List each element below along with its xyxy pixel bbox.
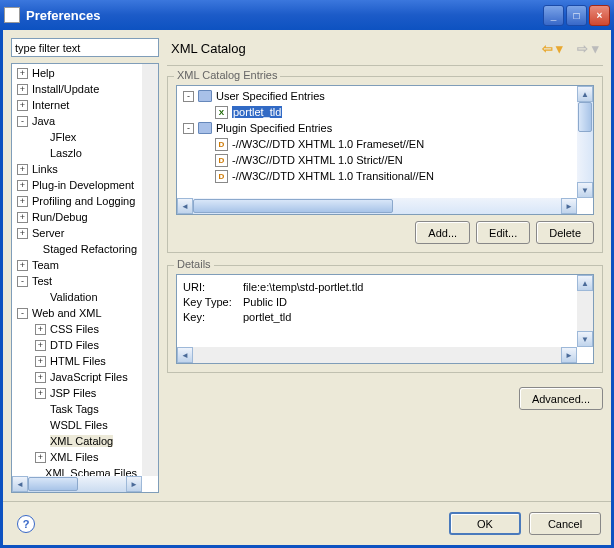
- titlebar[interactable]: Preferences _ □ ×: [0, 0, 614, 30]
- scroll-left-icon[interactable]: ◄: [177, 347, 193, 363]
- tree-item[interactable]: XML Catalog: [13, 433, 141, 449]
- tree-item-label: Install/Update: [32, 83, 99, 95]
- tree-item[interactable]: +HTML Files: [13, 353, 141, 369]
- collapse-icon[interactable]: -: [183, 123, 194, 134]
- scroll-down-icon[interactable]: ▼: [577, 182, 593, 198]
- entry-row[interactable]: D-//W3C//DTD XHTML 1.0 Strict//EN: [179, 152, 575, 168]
- entries-scrollbar-vertical[interactable]: ▲ ▼: [577, 86, 593, 198]
- expand-icon[interactable]: +: [17, 260, 28, 271]
- entry-row[interactable]: -Plugin Specified Entries: [179, 120, 575, 136]
- maximize-button[interactable]: □: [566, 5, 587, 26]
- entry-row[interactable]: D-//W3C//DTD XHTML 1.0 Transitional//EN: [179, 168, 575, 184]
- expand-icon[interactable]: +: [35, 452, 46, 463]
- scroll-down-icon[interactable]: ▼: [577, 331, 593, 347]
- scroll-right-icon[interactable]: ►: [561, 198, 577, 214]
- entry-label: Plugin Specified Entries: [216, 122, 332, 134]
- tree-scrollbar-vertical[interactable]: [142, 64, 158, 476]
- expand-icon[interactable]: +: [17, 100, 28, 111]
- expand-icon[interactable]: +: [35, 356, 46, 367]
- tree-item[interactable]: +Server: [13, 225, 141, 241]
- tree-item[interactable]: +Team: [13, 257, 141, 273]
- scroll-left-icon[interactable]: ◄: [12, 476, 28, 492]
- scroll-thumb[interactable]: [578, 102, 592, 132]
- tree-item[interactable]: -Web and XML: [13, 305, 141, 321]
- details-scrollbar-horizontal[interactable]: ◄►: [177, 347, 577, 363]
- details-group-label: Details: [174, 258, 214, 270]
- entry-label: -//W3C//DTD XHTML 1.0 Strict//EN: [232, 154, 403, 166]
- scroll-up-icon[interactable]: ▲: [577, 275, 593, 291]
- entries-scrollbar-horizontal[interactable]: ◄ ►: [177, 198, 577, 214]
- scroll-up-icon[interactable]: ▲: [577, 86, 593, 102]
- delete-button[interactable]: Delete: [536, 221, 594, 244]
- tree-item-label: Profiling and Logging: [32, 195, 135, 207]
- tree-item[interactable]: Staged Refactoring: [13, 241, 141, 257]
- tree-item-label: Help: [32, 67, 55, 79]
- help-icon[interactable]: ?: [17, 515, 35, 533]
- expand-icon[interactable]: +: [17, 196, 28, 207]
- cancel-button[interactable]: Cancel: [529, 512, 601, 535]
- app-icon: [4, 7, 20, 23]
- entries-group: XML Catalog Entries -User Specified Entr…: [167, 76, 603, 253]
- filter-input[interactable]: [11, 38, 159, 57]
- advanced-button[interactable]: Advanced...: [519, 387, 603, 410]
- expand-icon[interactable]: +: [35, 388, 46, 399]
- scroll-right-icon[interactable]: ►: [126, 476, 142, 492]
- tree-item[interactable]: Task Tags: [13, 401, 141, 417]
- expand-icon[interactable]: +: [17, 228, 28, 239]
- tree-item[interactable]: +JSP Files: [13, 385, 141, 401]
- tree-item[interactable]: WSDL Files: [13, 417, 141, 433]
- entry-row[interactable]: D-//W3C//DTD XHTML 1.0 Frameset//EN: [179, 136, 575, 152]
- tree-item[interactable]: JFlex: [13, 129, 141, 145]
- minimize-button[interactable]: _: [543, 5, 564, 26]
- entry-row[interactable]: -User Specified Entries: [179, 88, 575, 104]
- tree-item[interactable]: +Internet: [13, 97, 141, 113]
- tree-item-label: XML Files: [50, 451, 99, 463]
- expand-icon[interactable]: +: [35, 340, 46, 351]
- preferences-tree: +Help+Install/Update+Internet-JavaJFlexL…: [11, 63, 159, 493]
- collapse-icon[interactable]: -: [17, 276, 28, 287]
- tree-item[interactable]: +Install/Update: [13, 81, 141, 97]
- expand-icon[interactable]: +: [17, 212, 28, 223]
- close-button[interactable]: ×: [589, 5, 610, 26]
- ok-button[interactable]: OK: [449, 512, 521, 535]
- entries-list[interactable]: -User Specified EntriesXportlet_tld-Plug…: [176, 85, 594, 215]
- tree-item[interactable]: Validation: [13, 289, 141, 305]
- expand-icon[interactable]: +: [35, 372, 46, 383]
- tree-item[interactable]: +Run/Debug: [13, 209, 141, 225]
- scroll-right-icon[interactable]: ►: [561, 347, 577, 363]
- tree-item[interactable]: -Java: [13, 113, 141, 129]
- scroll-left-icon[interactable]: ◄: [177, 198, 193, 214]
- entry-row[interactable]: Xportlet_tld: [179, 104, 575, 120]
- collapse-icon[interactable]: -: [17, 308, 28, 319]
- dtd-doc-icon: D: [215, 170, 228, 183]
- tree-item[interactable]: +JavaScript Files: [13, 369, 141, 385]
- tree-item[interactable]: +Plug-in Development: [13, 177, 141, 193]
- scroll-thumb[interactable]: [193, 199, 393, 213]
- expand-icon[interactable]: +: [17, 164, 28, 175]
- expand-icon[interactable]: +: [17, 180, 28, 191]
- collapse-icon[interactable]: -: [183, 91, 194, 102]
- tree-item-label: Web and XML: [32, 307, 102, 319]
- expand-icon[interactable]: +: [35, 324, 46, 335]
- tree-item[interactable]: +XML Files: [13, 449, 141, 465]
- tree-item[interactable]: +Help: [13, 65, 141, 81]
- tree-item[interactable]: -Test: [13, 273, 141, 289]
- tree-item-label: JSP Files: [50, 387, 96, 399]
- folder-icon: [198, 122, 212, 134]
- expand-icon[interactable]: +: [17, 84, 28, 95]
- edit-button[interactable]: Edit...: [476, 221, 530, 244]
- tree-item[interactable]: +CSS Files: [13, 321, 141, 337]
- collapse-icon[interactable]: -: [17, 116, 28, 127]
- forward-arrow-icon[interactable]: ⇨ ▾: [577, 41, 599, 56]
- expand-icon[interactable]: +: [17, 68, 28, 79]
- tree-scrollbar-horizontal[interactable]: ◄ ►: [12, 476, 142, 492]
- tree-item[interactable]: +Profiling and Logging: [13, 193, 141, 209]
- back-arrow-icon[interactable]: ⇦ ▾: [542, 41, 564, 56]
- details-scrollbar-vertical[interactable]: ▲▼: [577, 275, 593, 347]
- scroll-thumb[interactable]: [28, 477, 78, 491]
- tree-item[interactable]: +Links: [13, 161, 141, 177]
- tree-item[interactable]: Laszlo: [13, 145, 141, 161]
- add-button[interactable]: Add...: [415, 221, 470, 244]
- tree-item[interactable]: +DTD Files: [13, 337, 141, 353]
- tree-item[interactable]: XML Schema Files: [13, 465, 141, 476]
